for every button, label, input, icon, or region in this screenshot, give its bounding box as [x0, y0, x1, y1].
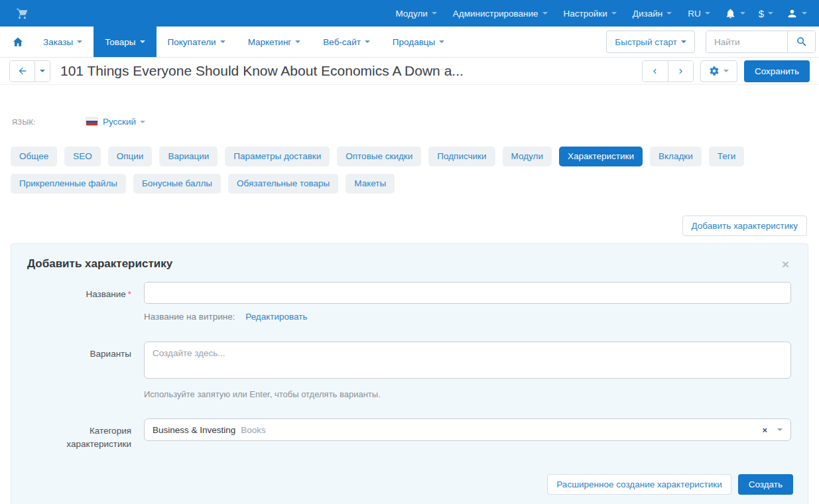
nav-products[interactable]: Товары	[94, 27, 156, 57]
category-selected-value: Business & Investing	[153, 425, 235, 435]
home-button[interactable]	[4, 27, 32, 57]
variants-hint: Используйте запятую или Enter, чтобы отд…	[144, 389, 808, 399]
search-icon	[796, 36, 808, 48]
back-dropdown-button[interactable]	[34, 61, 50, 82]
nav-customers[interactable]: Покупатели	[157, 27, 237, 57]
cart-icon[interactable]	[9, 0, 35, 27]
menu-administration[interactable]: Администрирование	[445, 0, 556, 27]
prev-button[interactable]	[643, 61, 668, 82]
clear-selection-icon[interactable]: ×	[762, 426, 767, 434]
chevron-down-icon	[802, 12, 807, 15]
language-switcher-label: RU	[688, 9, 701, 19]
chevron-down-icon	[542, 12, 548, 15]
nav-marketing[interactable]: Маркетинг	[237, 27, 312, 57]
quick-start-label: Быстрый старт	[615, 37, 677, 47]
chevron-down-icon	[611, 12, 617, 15]
chevron-right-icon	[676, 66, 686, 76]
page-toolbar: 101 Things Everyone Should Know About Ec…	[0, 58, 819, 85]
category-field-row: Категория характеристики Business & Inve…	[11, 418, 808, 450]
tab-product-tabs[interactable]: Вкладки	[650, 147, 702, 166]
menu-modules[interactable]: Модули	[387, 0, 444, 27]
tab-addons[interactable]: Модули	[503, 147, 552, 166]
language-label: ЯЗЫК:	[12, 118, 86, 126]
next-button[interactable]	[668, 61, 693, 82]
tab-subscribers[interactable]: Подписчики	[428, 147, 495, 166]
nav-orders-label: Заказы	[43, 37, 73, 47]
search-button[interactable]	[787, 31, 815, 52]
chevron-down-icon	[365, 40, 370, 43]
storefront-edit-link[interactable]: Редактировать	[245, 312, 307, 322]
chevron-down-icon	[740, 12, 745, 15]
feature-name-input[interactable]	[144, 282, 791, 304]
tab-qty-discounts[interactable]: Оптовые скидки	[337, 147, 421, 166]
tab-attachments[interactable]: Прикрепленные файлы	[11, 174, 126, 194]
name-field	[144, 282, 791, 304]
language-switcher[interactable]: RU	[680, 0, 718, 27]
product-tabs: Общее SEO Опции Вариации Параметры доста…	[0, 147, 819, 194]
nav-orders[interactable]: Заказы	[32, 27, 94, 57]
variants-input[interactable]	[144, 342, 791, 379]
arrow-left-icon	[17, 66, 28, 76]
category-select[interactable]: Business & Investing Books ×	[144, 418, 791, 441]
tab-variations[interactable]: Вариации	[159, 147, 218, 166]
tab-required-products[interactable]: Обязательные товары	[228, 174, 338, 194]
category-field: Business & Investing Books ×	[144, 418, 791, 441]
gear-icon	[709, 66, 720, 76]
page-title: 101 Things Everyone Should Know About Ec…	[60, 63, 642, 79]
russia-flag-icon	[86, 118, 97, 125]
variants-field-row: Варианты	[11, 342, 808, 381]
menu-design[interactable]: Дизайн	[625, 0, 680, 27]
category-label: Категория характеристики	[11, 418, 131, 450]
chevron-down-icon	[140, 40, 145, 43]
quick-start-button[interactable]: Быстрый старт	[606, 31, 695, 53]
tab-tags[interactable]: Теги	[709, 147, 744, 166]
top-admin-bar: Модули Администрирование Настройки Дизай…	[0, 0, 819, 27]
tab-shipping-properties[interactable]: Параметры доставки	[225, 147, 330, 166]
add-feature-panel: Добавить характеристику × Название* Назв…	[11, 243, 808, 504]
nav-vendors[interactable]: Продавцы	[381, 27, 456, 57]
chevron-down-icon	[77, 40, 82, 43]
tab-reward-points[interactable]: Бонусные баллы	[133, 174, 221, 194]
chevron-down-icon	[681, 40, 686, 43]
tab-general[interactable]: Общее	[11, 147, 57, 166]
language-selector[interactable]: Русский	[86, 117, 145, 127]
settings-dropdown-button[interactable]	[700, 60, 737, 82]
notifications-menu[interactable]	[718, 0, 752, 27]
advanced-create-button[interactable]: Расширенное создание характеристики	[547, 474, 731, 495]
bell-icon	[725, 8, 736, 19]
nav-vendors-label: Продавцы	[393, 37, 435, 47]
chevron-down-icon	[140, 121, 145, 123]
home-icon	[12, 36, 24, 48]
nav-customers-label: Покупатели	[168, 37, 216, 47]
chevron-down-icon	[666, 12, 672, 15]
search-input[interactable]	[706, 31, 787, 52]
back-button[interactable]	[10, 61, 34, 82]
create-button[interactable]: Создать	[738, 474, 793, 495]
panel-footer: Расширенное создание характеристики Созд…	[11, 474, 808, 495]
nav-right-tools: Быстрый старт	[606, 27, 819, 57]
chevron-down-icon	[295, 40, 300, 43]
chevron-down-icon	[705, 12, 710, 15]
nav-marketing-label: Маркетинг	[248, 37, 292, 47]
currency-menu[interactable]: $	[752, 0, 780, 27]
close-icon[interactable]: ×	[779, 258, 792, 271]
name-field-row: Название*	[11, 282, 808, 304]
nav-website[interactable]: Веб-сайт	[312, 27, 381, 57]
toolbar-actions: Сохранить	[642, 60, 810, 82]
tab-features[interactable]: Характеристики	[559, 147, 643, 166]
add-feature-row: Добавить характеристику	[0, 216, 819, 236]
tab-seo[interactable]: SEO	[64, 147, 101, 166]
chevron-down-icon	[40, 70, 45, 72]
tab-layouts[interactable]: Макеты	[346, 174, 395, 194]
chevron-left-icon	[650, 66, 660, 76]
user-menu[interactable]	[780, 0, 814, 27]
menu-design-label: Дизайн	[633, 9, 662, 19]
back-button-group	[9, 60, 50, 82]
chevron-down-icon	[777, 428, 783, 431]
menu-settings[interactable]: Настройки	[556, 0, 625, 27]
chevron-down-icon	[439, 40, 444, 43]
add-feature-button[interactable]: Добавить характеристику	[682, 216, 807, 236]
save-button[interactable]: Сохранить	[744, 60, 810, 82]
dollar-icon: $	[759, 8, 764, 19]
tab-options[interactable]: Опции	[108, 147, 153, 166]
